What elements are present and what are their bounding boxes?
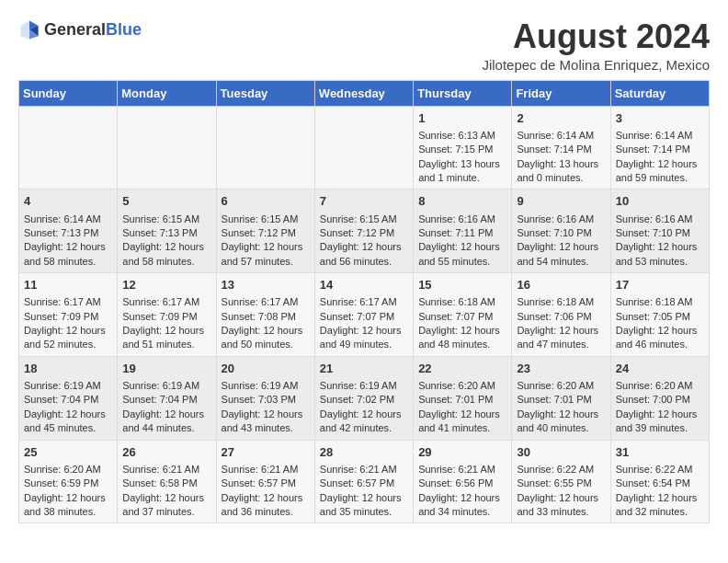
sunrise-text: Sunrise: 6:15 AM	[122, 213, 210, 226]
day-number: 15	[418, 277, 506, 293]
day-number: 8	[418, 193, 506, 210]
calendar-cell: 9Sunrise: 6:16 AMSunset: 7:10 PMDaylight…	[512, 190, 610, 273]
sunrise-text: Sunrise: 6:16 AM	[616, 213, 704, 226]
logo-blue: Blue	[106, 20, 142, 39]
day-number: 5	[122, 193, 210, 210]
sunset-text: Sunset: 6:59 PM	[24, 477, 112, 490]
daylight-text: Daylight: 12 hours and 59 minutes.	[616, 157, 704, 186]
logo-text: GeneralBlue	[44, 20, 142, 40]
sunrise-text: Sunrise: 6:21 AM	[418, 463, 506, 477]
day-number: 24	[616, 361, 704, 377]
sunset-text: Sunset: 6:57 PM	[222, 477, 310, 490]
calendar-cell	[19, 106, 118, 190]
sunset-text: Sunset: 7:04 PM	[122, 393, 210, 407]
day-number: 3	[616, 110, 704, 127]
daylight-text: Daylight: 12 hours and 45 minutes.	[24, 408, 112, 436]
sunset-text: Sunset: 6:54 PM	[616, 477, 704, 490]
calendar-cell: 18Sunrise: 6:19 AMSunset: 7:04 PMDayligh…	[19, 356, 118, 440]
calendar-week-row: 11Sunrise: 6:17 AMSunset: 7:09 PMDayligh…	[19, 273, 710, 357]
daylight-text: Daylight: 12 hours and 48 minutes.	[418, 324, 506, 352]
daylight-text: Daylight: 12 hours and 51 minutes.	[122, 324, 210, 352]
calendar-cell: 5Sunrise: 6:15 AMSunset: 7:13 PMDaylight…	[118, 190, 216, 273]
sunrise-text: Sunrise: 6:14 AM	[517, 129, 605, 143]
daylight-text: Daylight: 12 hours and 41 minutes.	[418, 408, 506, 436]
calendar-cell	[314, 106, 413, 190]
calendar-cell: 2Sunrise: 6:14 AMSunset: 7:14 PMDaylight…	[512, 106, 610, 190]
sunrise-text: Sunrise: 6:18 AM	[517, 295, 605, 309]
weekday-header-thursday: Thursday	[414, 80, 512, 106]
calendar-cell: 17Sunrise: 6:18 AMSunset: 7:05 PMDayligh…	[610, 273, 709, 357]
day-number: 29	[418, 444, 506, 461]
day-number: 4	[24, 193, 112, 210]
daylight-text: Daylight: 12 hours and 53 minutes.	[616, 240, 704, 269]
sunset-text: Sunset: 7:10 PM	[616, 226, 704, 240]
calendar-cell: 19Sunrise: 6:19 AMSunset: 7:04 PMDayligh…	[118, 356, 216, 440]
weekday-header-tuesday: Tuesday	[216, 80, 314, 106]
day-number: 11	[24, 277, 112, 293]
sunset-text: Sunset: 7:11 PM	[418, 226, 506, 240]
sunset-text: Sunset: 7:09 PM	[24, 310, 112, 324]
sunset-text: Sunset: 7:08 PM	[222, 310, 310, 324]
daylight-text: Daylight: 12 hours and 34 minutes.	[418, 491, 506, 520]
daylight-text: Daylight: 13 hours and 0 minutes.	[517, 157, 605, 186]
sunrise-text: Sunrise: 6:15 AM	[320, 213, 408, 226]
sunset-text: Sunset: 7:01 PM	[418, 393, 506, 407]
page-header: GeneralBlue August 2024 Jilotepec de Mol…	[18, 18, 710, 73]
sunset-text: Sunset: 6:58 PM	[122, 477, 210, 490]
sunrise-text: Sunrise: 6:13 AM	[418, 129, 506, 143]
weekday-header-row: SundayMondayTuesdayWednesdayThursdayFrid…	[19, 80, 710, 106]
daylight-text: Daylight: 12 hours and 44 minutes.	[122, 408, 210, 436]
weekday-header-saturday: Saturday	[610, 80, 709, 106]
day-number: 6	[222, 193, 310, 210]
sunrise-text: Sunrise: 6:22 AM	[517, 463, 605, 477]
weekday-header-wednesday: Wednesday	[314, 80, 413, 106]
sunset-text: Sunset: 7:12 PM	[320, 226, 408, 240]
sunrise-text: Sunrise: 6:21 AM	[122, 463, 210, 477]
day-number: 16	[517, 277, 605, 293]
day-number: 20	[222, 361, 310, 377]
daylight-text: Daylight: 12 hours and 57 minutes.	[222, 240, 310, 269]
calendar-cell: 26Sunrise: 6:21 AMSunset: 6:58 PMDayligh…	[118, 440, 216, 523]
sunrise-text: Sunrise: 6:17 AM	[222, 295, 310, 309]
day-number: 14	[320, 277, 408, 293]
daylight-text: Daylight: 12 hours and 32 minutes.	[616, 491, 704, 520]
calendar-cell: 16Sunrise: 6:18 AMSunset: 7:06 PMDayligh…	[512, 273, 610, 357]
calendar-cell: 25Sunrise: 6:20 AMSunset: 6:59 PMDayligh…	[19, 440, 118, 523]
sunset-text: Sunset: 6:57 PM	[320, 477, 408, 490]
calendar-cell: 11Sunrise: 6:17 AMSunset: 7:09 PMDayligh…	[19, 273, 118, 357]
day-number: 26	[122, 444, 210, 461]
calendar-cell: 6Sunrise: 6:15 AMSunset: 7:12 PMDaylight…	[216, 190, 314, 273]
day-number: 25	[24, 444, 112, 461]
daylight-text: Daylight: 12 hours and 50 minutes.	[222, 324, 310, 352]
daylight-text: Daylight: 12 hours and 58 minutes.	[24, 240, 112, 269]
calendar-week-row: 1Sunrise: 6:13 AMSunset: 7:15 PMDaylight…	[19, 106, 710, 190]
daylight-text: Daylight: 12 hours and 35 minutes.	[320, 491, 408, 520]
weekday-header-friday: Friday	[512, 80, 610, 106]
daylight-text: Daylight: 12 hours and 46 minutes.	[616, 324, 704, 352]
day-number: 7	[320, 193, 408, 210]
calendar-cell: 31Sunrise: 6:22 AMSunset: 6:54 PMDayligh…	[610, 440, 709, 523]
sunset-text: Sunset: 7:07 PM	[320, 310, 408, 324]
sunset-text: Sunset: 7:07 PM	[418, 310, 506, 324]
logo-icon	[18, 18, 40, 40]
sunset-text: Sunset: 7:10 PM	[517, 226, 605, 240]
daylight-text: Daylight: 12 hours and 58 minutes.	[122, 240, 210, 269]
daylight-text: Daylight: 12 hours and 33 minutes.	[517, 491, 605, 520]
sunrise-text: Sunrise: 6:16 AM	[418, 213, 506, 226]
calendar-cell	[216, 106, 314, 190]
day-number: 27	[222, 444, 310, 461]
daylight-text: Daylight: 13 hours and 1 minute.	[418, 157, 506, 186]
day-number: 12	[122, 277, 210, 293]
sunset-text: Sunset: 7:00 PM	[616, 393, 704, 407]
day-number: 1	[418, 110, 506, 127]
day-number: 21	[320, 361, 408, 377]
daylight-text: Daylight: 12 hours and 37 minutes.	[122, 491, 210, 520]
calendar-cell: 10Sunrise: 6:16 AMSunset: 7:10 PMDayligh…	[610, 190, 709, 273]
sunset-text: Sunset: 7:05 PM	[616, 310, 704, 324]
sunset-text: Sunset: 6:56 PM	[418, 477, 506, 490]
sunset-text: Sunset: 7:09 PM	[122, 310, 210, 324]
sunrise-text: Sunrise: 6:17 AM	[122, 295, 210, 309]
day-number: 30	[517, 444, 605, 461]
calendar-cell: 20Sunrise: 6:19 AMSunset: 7:03 PMDayligh…	[216, 356, 314, 440]
calendar-cell: 8Sunrise: 6:16 AMSunset: 7:11 PMDaylight…	[414, 190, 512, 273]
